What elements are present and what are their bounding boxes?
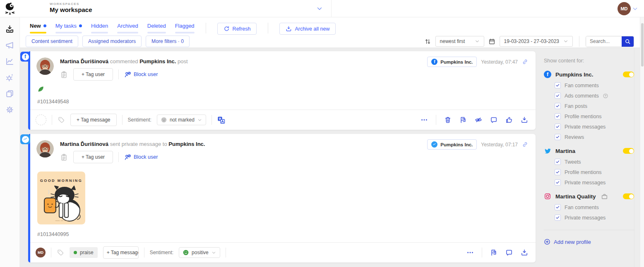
option-tweets[interactable]: Tweets bbox=[555, 159, 634, 165]
block-user-link[interactable]: Block user bbox=[124, 71, 158, 78]
more-actions-icon[interactable] bbox=[466, 249, 474, 256]
translate-icon[interactable] bbox=[217, 116, 225, 124]
option-profile-mentions[interactable]: Profile mentions bbox=[555, 169, 634, 175]
good-morning-cat-image[interactable]: GOOD MORNING bbox=[37, 172, 85, 224]
checkbox-checked[interactable] bbox=[555, 179, 561, 186]
option-private-messages[interactable]: Private messages bbox=[555, 124, 634, 130]
flag-icon[interactable] bbox=[459, 116, 467, 124]
option-fan-comments[interactable]: Fan comments bbox=[555, 82, 634, 88]
permalink-icon[interactable] bbox=[522, 59, 528, 65]
option-profile-mentions[interactable]: Profile mentions bbox=[555, 113, 634, 119]
profile-toggle-on[interactable] bbox=[623, 72, 634, 77]
vertical-scrollbar[interactable] bbox=[640, 17, 644, 267]
refresh-button[interactable]: Refresh bbox=[217, 23, 257, 35]
author-name[interactable]: Martina Ďurišinová bbox=[60, 58, 108, 64]
card-header: Martina Ďurišinová sent private message … bbox=[28, 134, 536, 163]
author-name[interactable]: Martina Ďurišinová bbox=[60, 141, 108, 147]
author-avatar[interactable] bbox=[36, 140, 54, 157]
checkbox-checked[interactable] bbox=[555, 93, 561, 99]
line-chart-icon[interactable] bbox=[5, 56, 15, 66]
archive-download-icon[interactable] bbox=[521, 249, 528, 256]
checkbox-checked[interactable] bbox=[555, 134, 561, 140]
gear-check-icon[interactable] bbox=[5, 105, 15, 114]
checkbox-checked[interactable] bbox=[555, 124, 561, 130]
briefcase-icon[interactable] bbox=[601, 193, 608, 200]
option-fan-comments[interactable]: Fan comments bbox=[555, 204, 634, 210]
tag-icon[interactable] bbox=[57, 249, 64, 256]
option-ads-comments[interactable]: Ads comments bbox=[555, 93, 634, 99]
sentiment-select[interactable]: not marked bbox=[157, 114, 206, 125]
copy-pages-icon[interactable] bbox=[5, 88, 15, 98]
checkbox-checked[interactable] bbox=[555, 159, 561, 165]
profile-toggle-on[interactable] bbox=[623, 193, 634, 199]
option-private-messages[interactable]: Private messages bbox=[555, 179, 634, 186]
archive-all-new-button[interactable]: Archive all new bbox=[279, 23, 336, 35]
search-button[interactable] bbox=[622, 36, 634, 47]
comment-icon[interactable] bbox=[490, 116, 497, 124]
checkbox-checked[interactable] bbox=[555, 113, 561, 119]
assign-moderator-placeholder[interactable] bbox=[36, 114, 46, 125]
hide-eye-off-icon[interactable] bbox=[475, 116, 482, 124]
target-profile-name[interactable]: Pumpkins Inc. bbox=[168, 141, 205, 147]
checkbox-checked[interactable] bbox=[555, 204, 561, 210]
block-user-link[interactable]: Block user bbox=[124, 154, 158, 161]
clipboard-icon[interactable] bbox=[60, 71, 68, 79]
user-menu[interactable]: MD bbox=[618, 2, 638, 15]
checkbox-checked[interactable] bbox=[555, 103, 561, 109]
profile-badge[interactable]: f Pumpkins Inc. bbox=[427, 57, 477, 67]
tag-icon[interactable] bbox=[58, 116, 65, 124]
option-private-messages[interactable]: Private messages bbox=[555, 215, 634, 221]
tab-deleted[interactable]: Deleted bbox=[147, 23, 166, 33]
archive-inbox-icon[interactable] bbox=[5, 24, 15, 34]
comment-icon[interactable] bbox=[505, 249, 513, 256]
archive-download-icon[interactable] bbox=[521, 116, 528, 124]
tag-message-button[interactable]: + Tag message bbox=[103, 246, 139, 259]
profile-name[interactable]: Martina bbox=[555, 148, 575, 154]
target-profile-name[interactable]: Pumpkins Inc. bbox=[139, 58, 176, 64]
assigned-moderators-filter-button[interactable]: Assigned moderators bbox=[82, 36, 142, 47]
delete-icon[interactable] bbox=[444, 116, 452, 124]
option-fan-posts[interactable]: Fan posts bbox=[555, 103, 634, 109]
checkbox-checked[interactable] bbox=[555, 169, 561, 175]
profile-toggle-on[interactable] bbox=[623, 148, 634, 154]
profile-badge[interactable]: Pumpkins Inc. bbox=[427, 139, 477, 150]
assigned-moderator-avatar[interactable]: MD bbox=[36, 248, 46, 257]
author-avatar[interactable] bbox=[36, 57, 54, 75]
option-reviews[interactable]: Reviews bbox=[555, 134, 634, 140]
sort-order-select[interactable]: newest first bbox=[435, 36, 484, 47]
permalink-icon[interactable] bbox=[522, 141, 528, 148]
help-question-icon[interactable] bbox=[603, 93, 608, 99]
date-range-select[interactable]: 19-03-2023 - 27-03-2023 bbox=[500, 36, 573, 47]
checkbox-checked[interactable] bbox=[555, 82, 561, 88]
tab-flagged[interactable]: Flagged bbox=[175, 23, 195, 33]
like-thumb-icon[interactable] bbox=[505, 116, 513, 124]
tab-new[interactable]: New bbox=[30, 23, 46, 33]
content-sentiment-filter-button[interactable]: Content sentiment bbox=[26, 36, 78, 47]
tab-hidden[interactable]: Hidden bbox=[91, 23, 108, 33]
tag-user-button[interactable]: + Tag user bbox=[73, 68, 113, 81]
workspace-selector[interactable]: WORKSPACES My workspace bbox=[50, 2, 92, 13]
sentiment-select[interactable]: positive bbox=[179, 247, 220, 258]
search-input[interactable] bbox=[586, 36, 622, 47]
more-actions-icon[interactable] bbox=[421, 116, 428, 124]
checkbox-checked[interactable] bbox=[555, 215, 561, 221]
calendar-icon[interactable] bbox=[488, 38, 495, 45]
profile-name[interactable]: Pumpkins Inc. bbox=[555, 72, 594, 78]
sort-icon[interactable] bbox=[424, 38, 431, 45]
clipboard-icon[interactable] bbox=[60, 153, 68, 161]
more-filters-button[interactable]: More filters · 0 bbox=[146, 36, 190, 47]
megaphone-icon[interactable] bbox=[5, 40, 15, 50]
flag-icon[interactable] bbox=[490, 249, 497, 256]
gear-sparkle-icon[interactable] bbox=[5, 72, 15, 82]
tab-archived[interactable]: Archived bbox=[117, 23, 138, 33]
profile-name[interactable]: Martina Quality bbox=[555, 193, 596, 200]
add-new-profile-link[interactable]: Add new profile bbox=[544, 238, 634, 245]
tag-message-button[interactable]: + Tag message bbox=[70, 114, 117, 126]
tag-user-button[interactable]: + Tag user bbox=[73, 151, 113, 163]
scrollbar-thumb[interactable] bbox=[641, 23, 644, 67]
tab-my-tasks[interactable]: My tasks bbox=[55, 23, 82, 33]
workspace-chevron-down-icon[interactable] bbox=[316, 5, 323, 12]
user-avatar[interactable]: MD bbox=[618, 2, 631, 15]
praise-tag-chip[interactable]: praise bbox=[70, 247, 98, 258]
app-logo[interactable] bbox=[0, 0, 20, 17]
